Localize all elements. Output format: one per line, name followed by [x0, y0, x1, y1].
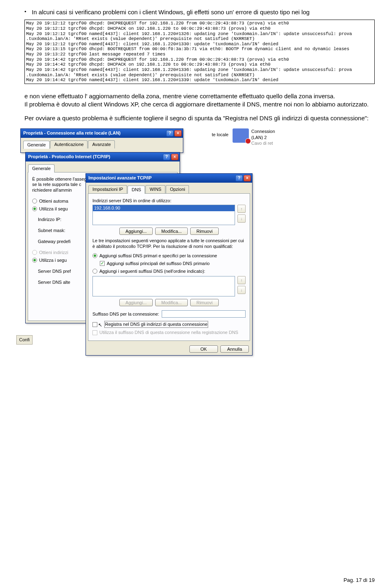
- titlebar-advanced[interactable]: Impostazioni avanzate TCP/IP ? ×: [86, 174, 252, 183]
- check-append-parent[interactable]: ✓Aggiungi suffissi principali del suffis…: [92, 260, 246, 267]
- titlebar-advanced-text: Impostazioni avanzate TCP/IP: [88, 175, 152, 181]
- help-icon[interactable]: ?: [163, 154, 170, 160]
- window-lan-properties: Proprietà - Connessione alla rete locale…: [20, 128, 183, 153]
- titlebar-tcpip[interactable]: Proprietà - Protocollo Internet (TCP/IP)…: [26, 153, 180, 161]
- tab-options[interactable]: Opzioni: [166, 185, 189, 193]
- help-icon[interactable]: ?: [235, 175, 243, 181]
- label-conn-suffix: Suffisso DNS per la connessione:: [92, 311, 159, 317]
- input-conn-suffix[interactable]: [162, 310, 246, 318]
- tab-dns[interactable]: DNS: [127, 186, 145, 194]
- cursor-arrow-icon: ↖: [98, 322, 102, 328]
- titlebar-lan[interactable]: Proprietà - Connessione alla rete locale…: [21, 129, 183, 138]
- ok-button[interactable]: OK: [189, 345, 218, 353]
- intro-text: In alcuni casi si verificano problemi co…: [32, 8, 310, 16]
- remove-suffix-button: Rimuovi: [190, 299, 219, 306]
- bg-conf: Confi: [16, 335, 33, 345]
- screenshot-stack: te locale Connession (LAN) 2 Cavo di ret…: [20, 128, 273, 357]
- move-up-button[interactable]: ↑: [237, 205, 246, 213]
- dns-listbox[interactable]: 192.168.0.90: [92, 205, 235, 225]
- add-suffix-button: Aggiungi...: [119, 299, 153, 306]
- three-settings-desc: Le tre impostazioni seguenti vengono app…: [92, 238, 246, 250]
- bullet-paragraph: • In alcuni casi si verificano problemi …: [24, 8, 375, 16]
- edit-dns-button[interactable]: Modifica...: [155, 228, 188, 235]
- tab-avanzate[interactable]: Avanzate: [88, 140, 115, 148]
- tab-ip-settings[interactable]: Impostazioni IP: [88, 185, 127, 193]
- add-dns-button[interactable]: Aggiungi...: [119, 228, 153, 235]
- network-icon: [233, 128, 249, 143]
- close-icon[interactable]: ×: [171, 154, 178, 160]
- move-down-button: ↓: [237, 286, 246, 294]
- tab-wins[interactable]: WINS: [145, 185, 165, 193]
- checkbox-icon[interactable]: [92, 322, 97, 327]
- close-icon[interactable]: ×: [174, 130, 182, 137]
- window-tcpip-advanced: Impostazioni avanzate TCP/IP ? × Imposta…: [86, 173, 253, 356]
- label-dns-order: Indirizzi server DNS in ordine di utiliz…: [92, 198, 246, 204]
- bg-text-locale: te locale: [212, 128, 228, 157]
- tab-generale-2[interactable]: Generale: [28, 164, 55, 172]
- titlebar-tcpip-text: Proprietà - Protocollo Internet (TCP/IP): [28, 154, 110, 160]
- edit-suffix-button: Modifica...: [155, 299, 188, 306]
- bullet-glyph: •: [24, 8, 32, 16]
- help-icon[interactable]: ?: [166, 130, 174, 137]
- label-register-dns: Registra nel DNS gli indirizzi di questa…: [104, 321, 208, 328]
- paragraph-2: Per ovviare a questo problema è sufficie…: [24, 114, 375, 122]
- dns-entry[interactable]: 192.168.0.90: [93, 205, 235, 211]
- check-use-suffix-registration: Utilizza il suffisso DNS di questa conne…: [92, 329, 246, 336]
- suffix-listbox: [92, 276, 235, 296]
- radio-append-these[interactable]: Aggiungi i seguenti suffissi DNS (nell'o…: [92, 267, 246, 275]
- radio-append-primary[interactable]: Aggiungi suffissi DNS primari e specific…: [92, 252, 246, 260]
- paragraph-1: e non viene effettuato l' aggiornamento …: [24, 92, 375, 109]
- check-register-dns[interactable]: ↖ Registra nel DNS gli indirizzi di ques…: [92, 320, 246, 329]
- log-output-box: May 20 19:12:12 tgrcf00 dhcpd: DHCPREQUE…: [24, 20, 375, 84]
- background-fragment: te locale Connession (LAN) 2 Cavo di ret: [212, 128, 289, 157]
- move-up-button: ↑: [237, 276, 246, 284]
- bg-conn: Connession: [251, 128, 275, 135]
- bg-cavo: Cavo di ret: [251, 140, 275, 146]
- titlebar-lan-text: Proprietà - Connessione alla rete locale…: [23, 130, 121, 136]
- tab-generale-1[interactable]: Generale: [23, 141, 50, 149]
- bg-lan2: (LAN) 2: [251, 135, 275, 141]
- cancel-button[interactable]: Annulla: [220, 345, 249, 353]
- close-icon[interactable]: ×: [244, 175, 251, 181]
- remove-dns-button[interactable]: Rimuovi: [190, 228, 219, 235]
- tab-autenticazione[interactable]: Autenticazione: [50, 140, 88, 148]
- move-down-button[interactable]: ↓: [237, 214, 246, 223]
